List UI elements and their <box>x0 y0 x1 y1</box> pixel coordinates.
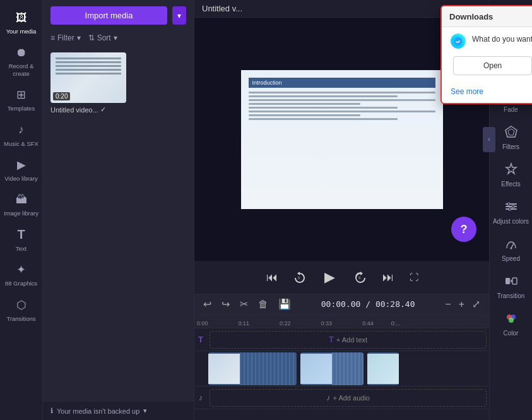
forward-to-end-button[interactable]: ⏭ <box>379 268 397 286</box>
audio-track-content: ♪ + Add audio <box>207 387 489 409</box>
redo-button[interactable]: ↪ <box>219 297 232 311</box>
panel-header: Import media ▾ <box>43 0 194 31</box>
speed-icon <box>502 235 520 253</box>
save-clip-button[interactable]: 💾 <box>276 297 293 311</box>
preview-title-bar: Introduction <box>249 78 435 88</box>
transitions-icon: ⬡ <box>14 297 29 313</box>
popup-message-text: What do you want to do with Untitled vid… <box>472 33 532 45</box>
svg-rect-13 <box>505 278 510 284</box>
svg-point-10 <box>509 208 511 210</box>
popup-message: What do you want to do with Untitled vid… <box>451 33 532 49</box>
import-media-dropdown-button[interactable]: ▾ <box>172 6 186 25</box>
add-audio-button[interactable]: ♪ + Add audio <box>210 389 487 407</box>
image-library-icon: 🏔 <box>14 192 29 207</box>
svg-point-17 <box>509 318 514 323</box>
text-track-label: T <box>194 335 207 344</box>
timeline-time: 00:00.00 / 00:28.40 <box>299 299 437 309</box>
svg-point-8 <box>507 203 510 205</box>
sidebar-item-image-library[interactable]: 🏔 Image library <box>0 187 42 222</box>
popup-header: Downloads 📁 🔍 ⋯ 📌 <box>442 6 532 27</box>
editor-title: Untitled v... <box>202 4 242 13</box>
sidebar-item-text[interactable]: T Text <box>0 222 42 257</box>
popup-open-button[interactable]: Open <box>453 56 532 75</box>
svg-point-9 <box>512 205 514 208</box>
timeline-zoom: − + ⤢ <box>442 297 483 311</box>
popup-actions: Open Save as ▾ <box>451 56 532 75</box>
right-item-transition[interactable]: Transition <box>490 267 532 304</box>
media-panel: Import media ▾ ≡ Filter ▾ ⇅ Sort ▾ <box>43 0 194 420</box>
filters-icon <box>502 123 520 141</box>
editor-area: Downloads 📁 🔍 ⋯ 📌 What do you want to do… <box>194 0 489 420</box>
right-item-adjust-colors[interactable]: Adjust colors <box>490 193 532 230</box>
fullscreen-button[interactable]: ⛶ <box>407 270 421 284</box>
your-media-icon: 🖼 <box>14 10 29 25</box>
video-track-content <box>207 351 489 386</box>
media-thumbnail: 0:20 <box>50 52 126 103</box>
popup-title: Downloads <box>449 12 493 21</box>
add-text-icon: T <box>329 335 334 344</box>
svg-rect-6 <box>505 206 517 207</box>
sort-button[interactable]: ⇅ Sort ▾ <box>88 33 117 42</box>
import-media-button[interactable]: Import media <box>50 6 167 25</box>
svg-point-12 <box>510 248 512 249</box>
popup-body: What do you want to do with Untitled vid… <box>442 27 532 81</box>
timeline-toolbar: ↩ ↪ ✂ 🗑 💾 00:00.00 / 00:28.40 − + ⤢ <box>194 294 489 315</box>
play-button[interactable]: ▶ <box>319 266 341 289</box>
sidebar-item-music-sfx[interactable]: ♪ Music & SFX <box>0 117 42 152</box>
sidebar-item-your-media[interactable]: 🖼 Your media <box>0 5 42 40</box>
sidebar-item-templates[interactable]: ⊞ Templates <box>0 82 42 117</box>
popup-see-more[interactable]: See more <box>442 81 532 103</box>
video-clip-2[interactable] <box>300 352 364 385</box>
right-item-speed[interactable]: Speed <box>490 230 532 267</box>
right-item-color[interactable]: Color <box>490 304 532 342</box>
graphics-icon: ✦ <box>14 262 29 277</box>
cut-button[interactable]: ✂ <box>237 297 251 311</box>
svg-text:5: 5 <box>358 276 361 280</box>
svg-rect-14 <box>512 278 517 284</box>
video-clip-track-row <box>194 351 489 387</box>
media-duration: 0:20 <box>53 92 70 100</box>
svg-text:5: 5 <box>298 276 300 280</box>
add-audio-icon: ♪ <box>326 393 331 402</box>
color-icon <box>502 309 520 327</box>
expand-timeline-button[interactable]: ⤢ <box>470 297 483 311</box>
left-sidebar: 🖼 Your media ⏺ Record &create ⊞ Template… <box>0 0 43 420</box>
sidebar-item-video-library[interactable]: ▶ Video library <box>0 152 42 187</box>
zoom-in-button[interactable]: + <box>456 297 467 311</box>
panel-bottom-backup[interactable]: ℹ Your media isn't backed up ▾ <box>43 401 194 420</box>
rewind-5s-button[interactable]: 5 <box>291 268 309 286</box>
transition-icon <box>502 272 520 290</box>
rewind-to-start-button[interactable]: ⏮ <box>263 268 281 286</box>
edge-browser-icon <box>451 33 466 49</box>
audio-track-row: ♪ ♪ + Add audio <box>194 387 489 409</box>
forward-5s-button[interactable]: 5 <box>352 268 369 286</box>
video-preview-inner: Introduction <box>241 70 443 209</box>
right-item-filters[interactable]: Filters <box>490 118 532 155</box>
see-more-link[interactable]: See more <box>451 87 483 96</box>
right-item-effects[interactable]: Effects <box>490 155 532 193</box>
timeline-ruler: 0:00 0:11 0:22 0:33 0:44 0:... <box>194 315 489 328</box>
svg-marker-4 <box>508 129 514 135</box>
zoom-out-button[interactable]: − <box>442 297 453 311</box>
filter-button[interactable]: ≡ Filter ▾ <box>50 33 81 42</box>
delete-button[interactable]: 🗑 <box>256 297 271 311</box>
video-library-icon: ▶ <box>14 157 29 172</box>
record-create-icon: ⏺ <box>14 45 29 60</box>
music-sfx-icon: ♪ <box>14 123 29 138</box>
sidebar-item-record-create[interactable]: ⏺ Record &create <box>0 40 42 82</box>
video-clip-3[interactable] <box>367 352 399 385</box>
add-text-button[interactable]: T + Add text <box>210 331 487 349</box>
timeline-area: ↩ ↪ ✂ 🗑 💾 00:00.00 / 00:28.40 − + ⤢ 0:00… <box>194 294 489 420</box>
media-item[interactable]: 0:20 Untitled video... ✓ <box>50 52 186 114</box>
media-name: Untitled video... ✓ <box>50 105 186 114</box>
sidebar-item-graphics[interactable]: ✦ 88 Graphics <box>0 257 42 292</box>
timeline-tracks: T T + Add text <box>194 328 489 411</box>
templates-icon: ⊞ <box>14 87 29 102</box>
text-track-row: T T + Add text <box>194 328 489 351</box>
text-track-content: T + Add text <box>207 328 489 351</box>
help-bubble[interactable]: ? <box>451 217 476 242</box>
collapse-panel-button[interactable]: ‹ <box>483 127 495 152</box>
sidebar-item-transitions[interactable]: ⬡ Transitions <box>0 292 42 327</box>
undo-button[interactable]: ↩ <box>201 297 214 311</box>
video-clip-1[interactable] <box>208 352 297 385</box>
